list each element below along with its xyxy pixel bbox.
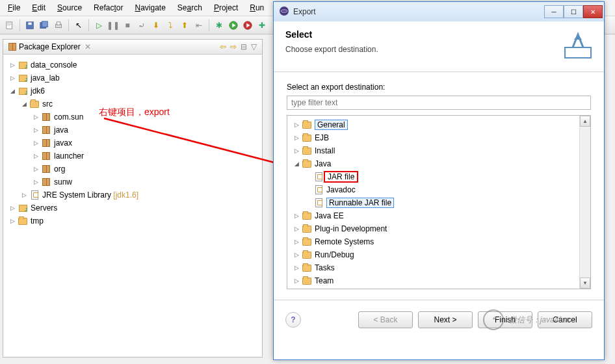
filter-input[interactable]	[287, 96, 591, 110]
jar-icon	[313, 172, 324, 182]
tree-node[interactable]: ▷org	[6, 162, 259, 176]
tree-node[interactable]: ▷Run/Debug	[289, 248, 589, 261]
tree-node[interactable]: ▷Java EE	[289, 209, 589, 222]
scroll-down-icon[interactable]: ▼	[580, 278, 590, 289]
tree-node[interactable]: ◢jdk6	[6, 84, 259, 98]
twisty-icon[interactable]: ▷	[293, 147, 300, 155]
drop-frame-icon[interactable]: ⇤	[193, 20, 205, 31]
tree-node[interactable]: ▷sunw	[6, 176, 259, 188]
debug-icon[interactable]: ✱	[213, 20, 225, 31]
tree-node[interactable]: ▷General	[289, 118, 589, 131]
print-icon[interactable]	[53, 20, 64, 31]
save-icon[interactable]	[24, 20, 36, 31]
cursor-icon[interactable]: ↖	[73, 20, 85, 31]
new-icon[interactable]	[4, 20, 16, 31]
tree-node[interactable]: ▷launcher	[6, 150, 259, 162]
twisty-icon[interactable]: ▷	[293, 225, 300, 233]
tree-node[interactable]: ▷Install	[289, 144, 589, 157]
tree-node[interactable]: ▷java_lab	[6, 72, 259, 84]
tree-node[interactable]: ▷Tasks	[289, 261, 589, 274]
menu-item[interactable]: Edit	[27, 1, 51, 14]
prj-icon	[18, 60, 28, 70]
menu-item[interactable]: Refactor	[88, 1, 128, 14]
twisty-icon[interactable]: ▷	[32, 113, 40, 121]
menu-item[interactable]: Run	[244, 1, 269, 14]
tree-node[interactable]: ▷Servers	[6, 202, 259, 214]
tree-node[interactable]: ▷JRE System Library [jdk1.6]	[6, 188, 259, 202]
menu-item[interactable]: Source	[52, 1, 87, 14]
twisty-icon[interactable]	[304, 173, 312, 181]
twisty-icon[interactable]	[304, 186, 312, 194]
view-tab-bar: Package Explorer ✕ ⇦ ⇨ ⊟ ▽	[3, 40, 262, 55]
scroll-up-icon[interactable]: ▲	[580, 116, 590, 127]
save-all-icon[interactable]	[38, 20, 50, 31]
debug-pause-icon[interactable]: ❚❚	[107, 20, 119, 31]
tree-node[interactable]: ▷EJB	[289, 131, 589, 144]
menu-item[interactable]: File	[3, 1, 25, 14]
debug-resume-icon[interactable]: ▷	[93, 20, 105, 31]
next-button[interactable]: Next >	[418, 311, 473, 328]
back-button[interactable]: < Back	[358, 311, 413, 328]
new-class-icon[interactable]: ✚	[256, 20, 268, 31]
close-button[interactable]: ✕	[583, 5, 603, 18]
separator	[209, 20, 209, 31]
step-over-icon[interactable]: ⤵	[164, 20, 176, 31]
tree-node[interactable]: Javadoc	[289, 183, 589, 196]
twisty-icon[interactable]: ▷	[32, 126, 40, 134]
export-tree[interactable]: ▷General▷EJB▷Install◢JavaJAR fileJavadoc…	[287, 115, 591, 289]
twisty-icon[interactable]: ▷	[8, 61, 16, 69]
tree-node[interactable]: ▷Remote Systems	[289, 235, 589, 248]
dialog-titlebar[interactable]: Export ─ ☐ ✕	[274, 2, 604, 21]
help-button[interactable]: ?	[285, 312, 301, 328]
dialog-title: Export	[293, 7, 316, 16]
cancel-button[interactable]: Cancel	[538, 311, 592, 328]
twisty-icon[interactable]: ▷	[32, 139, 40, 147]
twisty-icon[interactable]: ▷	[293, 134, 300, 142]
twisty-icon[interactable]: ◢	[20, 100, 28, 108]
run-ext-icon[interactable]	[242, 20, 254, 31]
twisty-icon[interactable]: ▷	[8, 204, 16, 212]
tree-node[interactable]: JAR file	[289, 170, 589, 183]
twisty-icon[interactable]: ▷	[293, 212, 300, 220]
collapse-back-icon[interactable]: ⇦	[220, 42, 226, 51]
tree-node[interactable]: ▷Team	[289, 274, 589, 287]
close-view-icon[interactable]: ✕	[85, 42, 91, 51]
tree-node[interactable]: ▷javax	[6, 136, 259, 150]
link-editor-icon[interactable]: ⊟	[241, 42, 247, 51]
twisty-icon[interactable]: ▷	[32, 178, 40, 186]
menu-item[interactable]: Navigate	[129, 1, 170, 14]
maximize-button[interactable]: ☐	[564, 5, 583, 18]
project-tree[interactable]: ▷data_console▷java_lab◢jdk6◢src▷com.sun▷…	[3, 55, 262, 231]
tree-node[interactable]: ◢Java	[289, 157, 589, 170]
twisty-icon[interactable]: ▷	[293, 251, 300, 259]
twisty-icon[interactable]: ▷	[32, 165, 40, 173]
twisty-icon[interactable]: ▷	[293, 238, 300, 246]
twisty-icon[interactable]: ◢	[293, 160, 300, 168]
menu-item[interactable]: Project	[209, 1, 243, 14]
twisty-icon[interactable]: ▷	[20, 191, 28, 199]
twisty-icon[interactable]: ▷	[32, 152, 40, 160]
tree-node[interactable]: Runnable JAR file	[289, 196, 589, 209]
tree-node[interactable]: ▷tmp	[6, 214, 259, 228]
run-icon[interactable]	[228, 20, 239, 31]
twisty-icon[interactable]: ◢	[8, 87, 16, 95]
twisty-icon[interactable]: ▷	[293, 264, 300, 272]
menu-item[interactable]: Search	[172, 1, 207, 14]
minimize-button[interactable]: ─	[544, 5, 564, 18]
twisty-icon[interactable]	[304, 199, 312, 207]
twisty-icon[interactable]: ▷	[293, 121, 300, 129]
debug-disconnect-icon[interactable]: ⤾	[136, 20, 148, 31]
step-into-icon[interactable]: ⬇	[150, 20, 162, 31]
twisty-icon[interactable]: ▷	[8, 74, 16, 82]
finish-button[interactable]: Finish	[478, 311, 532, 328]
view-menu-icon[interactable]: ▽	[251, 42, 257, 51]
collapse-fwd-icon[interactable]: ⇨	[230, 42, 237, 51]
twisty-icon[interactable]: ▷	[8, 217, 16, 225]
tree-node[interactable]: ▷Plug-in Development	[289, 222, 589, 235]
scrollbar[interactable]: ▲ ▼	[579, 116, 590, 289]
twisty-icon[interactable]: ▷	[293, 277, 300, 285]
tree-node[interactable]: ▷java	[6, 124, 259, 136]
debug-stop-icon[interactable]: ■	[122, 20, 133, 31]
tree-node[interactable]: ▷data_console	[6, 58, 259, 72]
step-return-icon[interactable]: ⬆	[179, 20, 190, 31]
